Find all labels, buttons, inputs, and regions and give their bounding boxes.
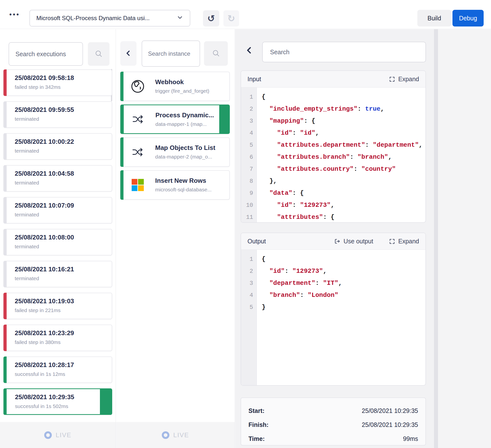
success-status-accent xyxy=(121,105,124,134)
success-status-accent xyxy=(120,170,123,200)
json-string-token: "data" xyxy=(269,189,292,197)
execution-list-item[interactable]: 25/08/2021 10:08:00terminated xyxy=(3,229,112,255)
execution-list-item[interactable]: 25/08/2021 10:29:35successful in 1s 502m… xyxy=(3,388,112,415)
use-output-button[interactable]: Use output xyxy=(334,238,373,245)
terminated-status-accent xyxy=(3,261,7,287)
chevron-down-icon xyxy=(177,14,183,22)
code-line: { xyxy=(262,91,425,103)
search-executions-button[interactable] xyxy=(88,42,109,66)
line-number: 2 xyxy=(241,265,253,277)
terminated-status-accent xyxy=(3,229,7,255)
code-line: "attributes": { xyxy=(262,211,425,222)
finish-row: Finish: 25/08/2021 10:29:35 xyxy=(248,418,418,432)
success-status-accent xyxy=(3,388,7,415)
execution-list-item[interactable]: 25/08/2021 10:23:29failed step in 380ms xyxy=(3,325,112,351)
code-line: "data": { xyxy=(262,187,425,199)
live-indicator-icon xyxy=(162,431,169,439)
json-string-token: "branch" xyxy=(269,291,300,299)
debug-button[interactable]: Debug xyxy=(452,10,484,26)
execution-timestamp: 25/08/2021 10:07:09 xyxy=(15,202,112,209)
execution-timestamp: 25/08/2021 10:28:17 xyxy=(15,361,112,369)
workflow-step-card[interactable]: Map Objects To Listdata-mapper-2 (map_o.… xyxy=(120,137,230,167)
redo-button[interactable]: ↻ xyxy=(223,10,239,26)
undo-button[interactable]: ↺ xyxy=(203,10,219,26)
canvas-empty-area xyxy=(438,29,491,448)
search-icon xyxy=(95,50,103,59)
code-line: "department": "IT", xyxy=(262,277,425,289)
input-panel-title: Input xyxy=(247,76,389,83)
execution-item-body: 25/08/2021 10:29:35successful in 1s 502m… xyxy=(4,389,111,409)
code-line: "branch": "London" xyxy=(262,289,425,301)
execution-item-body: 25/08/2021 10:16:21terminated xyxy=(4,261,112,281)
executions-live-footer: LIVE xyxy=(0,422,116,448)
overflow-menu-button[interactable]: ••• xyxy=(9,9,27,20)
execution-list-item[interactable]: 25/08/2021 10:04:58terminated xyxy=(3,165,112,192)
steps-live-footer: LIVE xyxy=(116,422,235,448)
terminated-status-accent xyxy=(3,101,7,128)
execution-list-item[interactable]: 25/08/2021 09:59:55terminated xyxy=(3,101,112,128)
json-punctuation-token xyxy=(262,291,269,299)
output-expand-button[interactable]: Expand xyxy=(389,238,419,245)
json-string-token: "attributes" xyxy=(277,213,323,221)
json-punctuation-token xyxy=(262,105,269,113)
code-line: "include_empty_strings": true, xyxy=(262,103,425,115)
json-string-token: "IT" xyxy=(323,279,338,287)
execution-list-item[interactable]: 25/08/2021 09:58:18failed step in 342ms xyxy=(3,69,112,96)
time-label: Time: xyxy=(248,435,265,442)
finish-value: 25/08/2021 10:29:35 xyxy=(362,421,418,428)
search-instance-button[interactable] xyxy=(204,41,228,66)
input-code-editor[interactable]: 1234567891011 { "include_empty_strings":… xyxy=(241,88,425,222)
code-line: "id": "129273", xyxy=(262,265,425,277)
json-string-token: "attributes.department" xyxy=(277,141,365,149)
execution-list-item[interactable]: 25/08/2021 10:19:03failed step in 221ms xyxy=(3,293,112,319)
input-expand-button[interactable]: Expand xyxy=(389,76,419,83)
execution-status: terminated xyxy=(15,276,112,281)
executions-list: 25/08/2021 09:58:18failed step in 342ms2… xyxy=(3,69,112,420)
inspector-search-input[interactable] xyxy=(262,42,426,62)
finish-label: Finish: xyxy=(248,421,269,428)
success-status-accent xyxy=(3,356,7,383)
execution-status: terminated xyxy=(15,212,112,218)
json-string-token: "London" xyxy=(308,291,338,299)
output-code-editor[interactable]: 12345 { "id": "129273", "department": "I… xyxy=(241,250,425,385)
search-executions-input[interactable] xyxy=(9,42,83,66)
workflow-step-card[interactable]: Process Dynamic...data-mapper-1 (map... xyxy=(120,105,230,134)
execution-status: successful in 1s 12ms xyxy=(15,371,112,377)
json-punctuation-token: : xyxy=(300,291,308,299)
execution-status: terminated xyxy=(15,148,112,154)
step-subtitle: microsoft-sql-database... xyxy=(155,187,229,193)
inspector-back-button[interactable] xyxy=(244,44,255,56)
workflow-selector-dropdown[interactable]: Microsoft SQL-Process Dynamic Data usi..… xyxy=(29,10,190,26)
json-string-token: "id" xyxy=(277,201,292,209)
execution-list-item[interactable]: 25/08/2021 10:16:21terminated xyxy=(3,261,112,287)
step-title: Map Objects To List xyxy=(155,144,229,152)
execution-timestamp: 25/08/2021 10:08:00 xyxy=(15,234,112,241)
time-row: Time: 99ms xyxy=(248,432,418,446)
workflow-step-card[interactable]: Webhooktrigger (fire_and_forget) xyxy=(120,72,230,101)
collapse-steps-button[interactable] xyxy=(120,41,136,66)
search-instance-input[interactable]: Search instance xyxy=(142,40,200,67)
output-code-lines: { "id": "129273", "department": "IT", "b… xyxy=(257,250,425,385)
json-punctuation-token xyxy=(262,267,269,275)
build-button[interactable]: Build xyxy=(417,10,451,26)
step-subtitle: data-mapper-2 (map_o... xyxy=(155,154,229,160)
chevron-left-icon xyxy=(125,50,132,58)
output-panel-title: Output xyxy=(247,238,334,245)
execution-list-item[interactable]: 25/08/2021 10:00:22terminated xyxy=(3,133,112,160)
execution-timestamp: 25/08/2021 10:19:03 xyxy=(15,297,112,305)
execution-status: terminated xyxy=(15,116,112,122)
json-punctuation-token: , xyxy=(331,201,335,209)
execution-item-body: 25/08/2021 10:28:17successful in 1s 12ms xyxy=(4,357,112,377)
json-string-token: "129273" xyxy=(292,267,323,275)
step-title: Process Dynamic... xyxy=(155,111,229,119)
json-punctuation-token: : xyxy=(292,201,300,209)
chevron-left-icon xyxy=(248,48,250,53)
execution-list-item[interactable]: 25/08/2021 10:28:17successful in 1s 12ms xyxy=(3,356,112,383)
workflow-step-card[interactable]: Insert New Rowsmicrosoft-sql-database... xyxy=(120,170,230,200)
execution-list-item[interactable]: 25/08/2021 10:07:09terminated xyxy=(3,197,112,224)
page-scrollbar[interactable] xyxy=(434,29,438,448)
json-punctuation-token: , xyxy=(338,279,342,287)
execution-timestamp: 25/08/2021 10:29:35 xyxy=(15,393,111,401)
shuffle-icon xyxy=(130,138,146,166)
json-string-token: "id" xyxy=(277,129,292,137)
